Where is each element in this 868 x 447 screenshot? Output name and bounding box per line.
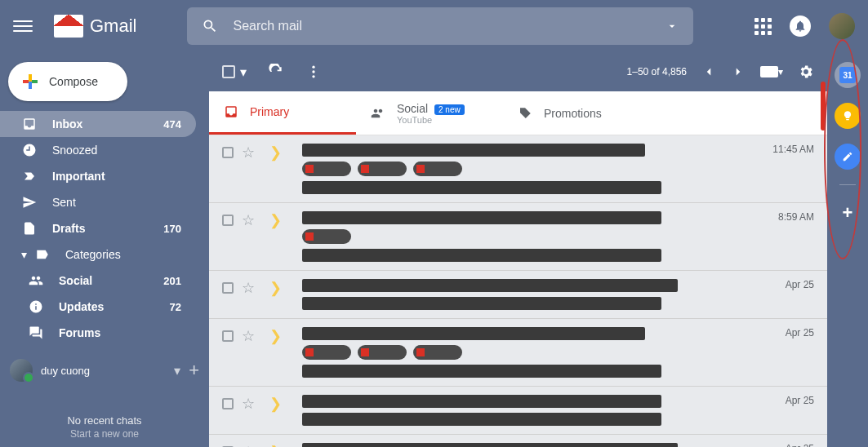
- important-marker-icon[interactable]: ❯: [269, 144, 283, 162]
- pagination-range[interactable]: 1–50 of 4,856: [627, 66, 687, 77]
- nav-label: Categories: [65, 248, 121, 261]
- mail-content: ▾ 1–50 of 4,856 ▾ Primary: [209, 52, 827, 447]
- account-avatar[interactable]: [829, 13, 855, 39]
- gmail-wordmark: Gmail: [90, 15, 136, 37]
- tab-primary[interactable]: Primary: [209, 91, 356, 135]
- redacted-text: [302, 365, 661, 378]
- people-icon: [371, 106, 385, 121]
- nav-label: Snoozed: [52, 144, 97, 157]
- important-marker-icon[interactable]: ❯: [269, 443, 283, 447]
- attachment-chip[interactable]: [302, 229, 351, 244]
- nav-important[interactable]: Important: [0, 163, 196, 189]
- tag-icon: [518, 106, 532, 121]
- select-all-checkbox[interactable]: ▾: [222, 64, 247, 80]
- prev-page-icon[interactable]: [701, 64, 716, 79]
- inbox-icon: [224, 104, 238, 119]
- chat-start-link[interactable]: Start a new one: [10, 428, 199, 440]
- mail-row[interactable]: ☆❯8:59 AM: [209, 203, 827, 271]
- next-page-icon[interactable]: [731, 64, 746, 79]
- svg-point-2: [312, 75, 314, 77]
- mail-checkbox[interactable]: [222, 147, 234, 158]
- mail-date: Apr 25: [757, 443, 814, 447]
- notifications-icon[interactable]: [790, 15, 811, 37]
- mail-row[interactable]: ☆❯11:45 AM: [209, 135, 827, 203]
- chat-avatar[interactable]: [10, 359, 33, 382]
- tab-label: Primary: [250, 105, 289, 118]
- important-marker-icon[interactable]: ❯: [269, 327, 283, 345]
- nav-forums[interactable]: Forums: [0, 320, 196, 346]
- mail-row[interactable]: ☆❯Apr 25: [209, 271, 827, 319]
- input-tools-icon[interactable]: ▾: [760, 66, 783, 77]
- search-icon: [202, 18, 218, 34]
- plus-icon: [23, 74, 38, 89]
- chevron-down-icon[interactable]: ▾: [174, 363, 180, 378]
- star-icon[interactable]: ☆: [242, 211, 255, 229]
- star-icon[interactable]: ☆: [242, 327, 255, 345]
- star-icon[interactable]: ☆: [242, 443, 255, 447]
- chat-empty-text: No recent chats: [10, 414, 199, 427]
- star-icon[interactable]: ☆: [242, 144, 255, 162]
- google-apps-icon[interactable]: [754, 18, 772, 35]
- redacted-text: [302, 443, 678, 447]
- mail-row[interactable]: ☆❯Apr 25: [209, 319, 827, 387]
- mail-checkbox[interactable]: [222, 282, 234, 294]
- attachment-chip[interactable]: [358, 162, 407, 176]
- redacted-text: [302, 413, 661, 426]
- settings-icon[interactable]: [798, 64, 814, 80]
- nav-inbox[interactable]: Inbox 474: [0, 111, 196, 137]
- compose-button[interactable]: Compose: [8, 62, 127, 101]
- gmail-logo[interactable]: Gmail: [54, 15, 136, 38]
- nav-snoozed[interactable]: Snoozed: [0, 137, 196, 163]
- redacted-text: [302, 395, 661, 408]
- info-icon: [28, 299, 44, 314]
- tab-promotions[interactable]: Promotions: [503, 91, 650, 135]
- nav-updates[interactable]: Updates 72: [0, 294, 196, 320]
- tasks-addon-icon[interactable]: [835, 144, 861, 170]
- mail-list[interactable]: ☆❯11:45 AM☆❯8:59 AM☆❯Apr 25☆❯Apr 25☆❯Apr…: [209, 135, 827, 447]
- important-marker-icon[interactable]: ❯: [269, 211, 283, 229]
- mail-checkbox[interactable]: [222, 398, 234, 409]
- mail-toolbar: ▾ 1–50 of 4,856 ▾: [209, 52, 827, 91]
- star-icon[interactable]: ☆: [242, 395, 255, 413]
- mail-checkbox[interactable]: [222, 215, 234, 226]
- nav-sent[interactable]: Sent: [0, 189, 196, 215]
- search-bar[interactable]: [187, 7, 693, 45]
- chat-user-name[interactable]: duy cuong: [41, 365, 166, 377]
- mail-row[interactable]: ☆❯Apr 25: [209, 387, 827, 435]
- attachment-chip[interactable]: [358, 345, 407, 360]
- nav-drafts[interactable]: Drafts 170: [0, 215, 196, 241]
- get-addons-icon[interactable]: +: [835, 200, 861, 226]
- attachment-chip[interactable]: [413, 345, 462, 360]
- search-options-icon[interactable]: [665, 20, 679, 33]
- svg-point-0: [312, 66, 314, 69]
- nav-categories[interactable]: ▾ Categories: [0, 241, 196, 268]
- nav-label: Social: [59, 274, 92, 287]
- addon-side-panel: 31 +: [827, 52, 868, 447]
- redacted-text: [302, 181, 661, 194]
- mail-date: Apr 25: [757, 395, 814, 406]
- important-marker-icon[interactable]: ❯: [269, 395, 283, 413]
- more-icon[interactable]: [305, 64, 322, 80]
- attachment-chip[interactable]: [413, 162, 462, 176]
- calendar-addon-icon[interactable]: 31: [835, 62, 861, 88]
- attachment-chip[interactable]: [302, 162, 351, 176]
- tab-sublabel: YouTube: [397, 115, 465, 125]
- refresh-icon[interactable]: [268, 64, 284, 80]
- tab-label: Social: [397, 102, 428, 115]
- new-chat-button[interactable]: +: [189, 360, 199, 381]
- nav-label: Forums: [59, 326, 100, 339]
- search-input[interactable]: [233, 19, 665, 33]
- star-icon[interactable]: ☆: [242, 279, 255, 297]
- nav-count: 72: [170, 301, 181, 313]
- nav-label: Important: [52, 170, 105, 183]
- tab-social[interactable]: Social 2 new YouTube: [356, 91, 503, 135]
- important-marker-icon[interactable]: ❯: [269, 279, 283, 297]
- nav-social[interactable]: Social 201: [0, 268, 196, 294]
- mail-checkbox[interactable]: [222, 330, 234, 342]
- keep-addon-icon[interactable]: [835, 103, 861, 129]
- chevron-down-icon[interactable]: ▾: [240, 64, 247, 80]
- hamburger-menu-icon[interactable]: [13, 16, 33, 36]
- attachment-chip[interactable]: [302, 345, 351, 360]
- important-icon: [21, 169, 38, 184]
- mail-row[interactable]: ☆❯Apr 25: [209, 435, 827, 447]
